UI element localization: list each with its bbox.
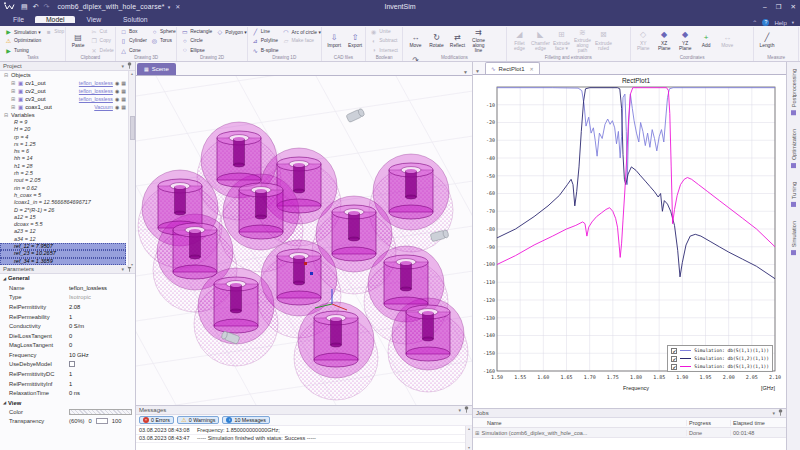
- parameter-row[interactable]: UseDebyeModel: [0, 360, 135, 370]
- unite-button[interactable]: ◉Unite: [368, 27, 400, 36]
- tuning-run-button[interactable]: ▶Tuning: [3, 46, 43, 55]
- message-row[interactable]: 03.08.2023 08:43:08 Frequency: 1.8500000…: [136, 426, 472, 435]
- tab-solution[interactable]: Solution: [112, 16, 159, 23]
- errors-filter-button[interactable]: × 0 Errors: [139, 416, 174, 424]
- variable-row[interactable]: rs = 1.25: [0, 141, 126, 148]
- variable-row[interactable]: ref_23 = 10.2657: [0, 250, 126, 257]
- project-scrollbar[interactable]: ▴▾: [128, 71, 135, 267]
- move-button[interactable]: ↔Move: [405, 27, 426, 55]
- parameter-row[interactable]: RelPermittivityInf 1: [0, 379, 135, 389]
- legend-checkbox[interactable]: ✔: [671, 348, 677, 354]
- visibility-eye-icon[interactable]: ◉: [115, 80, 119, 86]
- variable-row[interactable]: ref_12 = 7.9507: [0, 243, 126, 250]
- collapse-icon[interactable]: ⊟: [3, 72, 9, 78]
- parameter-value[interactable]: 0: [69, 333, 132, 339]
- extrude-along-path-button[interactable]: ≋Extrude along path: [572, 27, 593, 55]
- material-link[interactable]: teflon_lossless: [79, 88, 113, 94]
- expand-icon[interactable]: ⊞: [10, 88, 16, 94]
- variable-row[interactable]: rin = 0.62: [0, 185, 126, 192]
- material-link[interactable]: Vacuum: [94, 104, 113, 110]
- variable-row[interactable]: a23 = 12: [0, 228, 126, 235]
- tab-list-dropdown-icon[interactable]: ▼: [463, 69, 471, 75]
- minimize-button[interactable]: –: [763, 3, 767, 11]
- side-tab-optimization[interactable]: Optimization: [791, 125, 797, 172]
- legend-checkbox[interactable]: ✔: [671, 356, 677, 362]
- variable-row[interactable]: D = 2*(R-1) = 26: [0, 207, 126, 214]
- viewport-3d[interactable]: [136, 76, 472, 405]
- parameter-row[interactable]: RelPermittivityDC 1: [0, 369, 135, 379]
- collapse-ribbon-icon[interactable]: ⌃: [752, 19, 757, 26]
- variable-row[interactable]: a34 = 12: [0, 236, 126, 243]
- tab-list-dropdown-icon[interactable]: ▼: [475, 68, 483, 74]
- object-row[interactable]: ⊞ ▣ coax1_out Vacuum ◉ ▦: [0, 103, 135, 111]
- box-button[interactable]: □Box: [118, 27, 149, 36]
- variable-row[interactable]: rp = 4: [0, 134, 126, 141]
- paste-button[interactable]: ▤Paste: [68, 27, 89, 55]
- parameter-value[interactable]: 2.08: [69, 304, 132, 310]
- material-link[interactable]: teflon_lossless: [79, 96, 113, 102]
- mesh-icon[interactable]: ▦: [121, 80, 126, 86]
- variable-row[interactable]: rout = 2.05: [0, 177, 126, 184]
- side-tab-tuning[interactable]: Tuning: [791, 178, 797, 211]
- material-link[interactable]: teflon_lossless: [79, 80, 113, 86]
- parameter-value[interactable]: teflon_lossless: [69, 285, 132, 291]
- ellipse-button[interactable]: ◌Ellipse: [179, 46, 214, 55]
- tab-model[interactable]: Model: [35, 16, 76, 23]
- legend-item[interactable]: ✔ Simulation: db(S(1,2)(1,1)): [671, 355, 769, 362]
- length-button[interactable]: ╱Length: [756, 27, 777, 55]
- job-row[interactable]: ⊞Simulation (comb6_diplex_with_hole_coa.…: [473, 428, 786, 438]
- xy-plane-button[interactable]: ◇XY Plane: [633, 27, 654, 55]
- variable-row[interactable]: R = 9: [0, 119, 126, 126]
- parameter-row[interactable]: RelaxationTime 0 ns: [0, 388, 135, 398]
- parameter-value[interactable]: 1: [69, 381, 132, 387]
- messages-scrollbar[interactable]: ▴▾: [465, 426, 472, 450]
- cone-button[interactable]: △Cone: [118, 46, 149, 55]
- variable-row[interactable]: h1 = 28: [0, 163, 126, 170]
- mesh-icon[interactable]: ▦: [121, 96, 126, 102]
- document-close-icon[interactable]: ✕: [175, 3, 180, 10]
- tab-scene[interactable]: ▦ Scene: [137, 63, 176, 75]
- extrude-ruled-button[interactable]: ⊠Extrude ruled: [593, 27, 614, 55]
- warnings-filter-button[interactable]: ⚠ 0 Warnings: [177, 416, 220, 424]
- parameter-value[interactable]: 0 ns: [69, 390, 132, 396]
- help-dropdown-icon[interactable]: ▾: [792, 20, 794, 25]
- expand-icon[interactable]: ⊞: [475, 430, 480, 436]
- variables-node[interactable]: ⊟ Variables: [0, 111, 135, 119]
- parameter-row[interactable]: Conductivity 0 S/m: [0, 321, 135, 331]
- cut-button[interactable]: ✂Cut: [89, 27, 116, 36]
- pin-icon[interactable]: [778, 409, 783, 417]
- yz-plane-button[interactable]: ◆YZ Plane: [675, 27, 696, 55]
- legend-item[interactable]: ✔ Simulation: db(S(1,1)(1,1)): [671, 347, 769, 354]
- reflect-button[interactable]: ⇄Reflect: [447, 27, 468, 55]
- parameter-value[interactable]: 10 GHz: [69, 352, 132, 358]
- panel-dropdown-icon[interactable]: ▾: [772, 410, 775, 416]
- visibility-eye-icon[interactable]: ◉: [115, 88, 119, 94]
- subtract-button[interactable]: ◐Subtract: [368, 36, 400, 45]
- close-icon[interactable]: ✕: [530, 66, 534, 72]
- fillet-edge-button[interactable]: ◢Fillet edge: [509, 27, 530, 55]
- simulation-run-button[interactable]: ▶Simulation ▾: [3, 27, 43, 36]
- parameter-value[interactable]: 0: [69, 342, 132, 348]
- clone-along-line-button[interactable]: ⇉Clone along line: [468, 27, 489, 55]
- visibility-eye-icon[interactable]: ◉: [115, 104, 119, 110]
- parameter-value[interactable]: [69, 361, 75, 367]
- parameters-section-view[interactable]: ◢View: [0, 398, 135, 407]
- variable-row[interactable]: lcoax1_in = 12.5666864696717: [0, 199, 126, 206]
- extrude-face-button[interactable]: ⊞Extrude face ▾: [551, 27, 572, 55]
- rotate-button[interactable]: ↻Rotate: [426, 27, 447, 55]
- parameter-row[interactable]: DielLossTangent 0: [0, 331, 135, 341]
- mesh-icon[interactable]: ▦: [121, 88, 126, 94]
- parameter-value[interactable]: 1: [69, 314, 132, 320]
- sphere-button[interactable]: ○Sphere: [149, 27, 178, 36]
- expand-icon[interactable]: ⊞: [10, 80, 16, 86]
- xz-plane-button[interactable]: ◆XZ Plane: [654, 27, 675, 55]
- polyline-button[interactable]: ⊿Polyline: [250, 36, 281, 45]
- chamfer-edge-button[interactable]: ◣Chamfer edge: [530, 27, 551, 55]
- variable-row[interactable]: ref_34 = 1.3659: [0, 258, 126, 265]
- variable-row[interactable]: rh = 2.5: [0, 170, 126, 177]
- objects-node[interactable]: ⊟ Objects: [0, 71, 135, 79]
- cylinder-button[interactable]: ▯Cylinder: [118, 36, 149, 45]
- messages-filter-button[interactable]: i 10 Messages: [222, 416, 270, 424]
- parameter-value[interactable]: 0 S/m: [69, 323, 132, 329]
- parameter-row[interactable]: RelPermittivity 2.08: [0, 302, 135, 312]
